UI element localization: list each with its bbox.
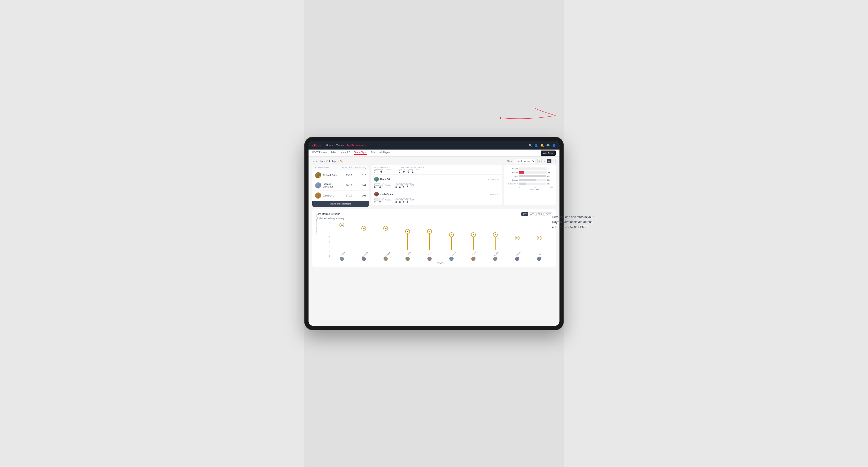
sub-nav-tour[interactable]: Tour bbox=[371, 151, 375, 155]
nav-link-performance[interactable]: My Performance bbox=[347, 144, 366, 147]
putt-val: 1 bbox=[412, 170, 413, 173]
metric-ott-btn[interactable]: OTT bbox=[521, 212, 528, 216]
sub-nav-all[interactable]: All Players bbox=[379, 151, 390, 155]
putt-label: PUTT bbox=[414, 168, 418, 170]
time-period-select[interactable]: Last 3 months bbox=[514, 159, 535, 163]
y-label: 7 bbox=[329, 222, 330, 224]
list-view-icon[interactable]: ≡ bbox=[542, 159, 546, 163]
practice-activities-label: Total Practice Activities bbox=[399, 166, 424, 168]
metric-putt-btn[interactable]: PUTT bbox=[544, 212, 552, 216]
lollipop-circle: 4x bbox=[493, 232, 498, 237]
player-info: 3 Cameron... bbox=[315, 192, 338, 198]
metric-arg-btn[interactable]: ARG bbox=[536, 212, 544, 216]
lollipop-avatar bbox=[493, 257, 497, 261]
x-tick: 400 bbox=[550, 186, 553, 188]
player-card-rees[interactable]: Rees Britt 02 Sep 2023 Total Rounds bbox=[371, 176, 502, 190]
p-label2: Practice bbox=[385, 199, 391, 201]
player-row[interactable]: 3 Cameron... 17/20 103 bbox=[312, 191, 369, 201]
y-label: 2 bbox=[329, 246, 330, 247]
annotation-box: Here you can see streaks your players ha… bbox=[552, 215, 599, 229]
grid-view-icon[interactable]: ⊞ bbox=[537, 159, 541, 163]
bar-label-bogeys: Bogeys bbox=[507, 179, 518, 181]
lollipop-x-col: E. Crossman bbox=[441, 250, 463, 261]
practice-sub-label: Practice bbox=[385, 168, 392, 170]
tournament-sub-label: Tournament bbox=[374, 168, 383, 170]
y-label: 6 bbox=[329, 227, 330, 228]
lollipop-x-col: C. Quick bbox=[528, 250, 550, 261]
y-label: 4 bbox=[329, 236, 330, 238]
card-view-icon[interactable]: ▦ bbox=[547, 159, 551, 163]
lollipop-chart: Best Streak, Fairway Accuracy 7 6 5 4 3 … bbox=[331, 222, 550, 264]
arrow-pointer: ← bbox=[342, 212, 346, 216]
lollipop-avatar bbox=[427, 257, 432, 261]
p-rounds: 4 bbox=[379, 186, 381, 189]
lollipop-area: 7x6x6x5x5x4x4x4x3x3x bbox=[331, 222, 550, 250]
player-row[interactable]: 2 Edward Crossman 18/20 107 bbox=[312, 181, 369, 191]
total-rounds-label: Total Rounds bbox=[374, 166, 392, 168]
table-view-icon[interactable]: ⊟ bbox=[552, 159, 556, 163]
bar-track bbox=[519, 175, 546, 177]
p-label: Practice bbox=[385, 184, 391, 186]
lollipop-stick bbox=[407, 234, 408, 250]
player-cards-area: Total Rounds Tournament Practice 7 bbox=[371, 165, 502, 205]
player-count: 14 Players bbox=[328, 160, 338, 162]
sub-nav-pga[interactable]: PGA bbox=[331, 151, 336, 155]
lollipop-circle: 6x bbox=[361, 226, 366, 231]
player-row[interactable]: 1 Richard Butler 19/20 110 bbox=[312, 170, 369, 181]
lollipop-circle: 3x bbox=[515, 236, 520, 240]
metric-app-btn[interactable]: APP bbox=[529, 212, 536, 216]
nav-link-teams[interactable]: Teams bbox=[336, 144, 344, 147]
search-icon[interactable]: 🔍 bbox=[529, 144, 532, 147]
bar-value: 311 bbox=[547, 179, 553, 181]
bar-track bbox=[519, 183, 546, 185]
view-leaderboard-button[interactable]: View Full Leaderboard bbox=[312, 201, 369, 207]
ott-l: OTT bbox=[395, 184, 399, 186]
pb-score: 17/20 bbox=[338, 194, 352, 197]
players-label: Players bbox=[331, 262, 550, 264]
bar-label-dbogeys: D. Bogeys + bbox=[507, 183, 518, 185]
bar-row-eagles: Eagles 3 bbox=[507, 167, 553, 170]
player-name: Cameron... bbox=[323, 194, 334, 197]
nav-logo: clippd bbox=[312, 144, 321, 147]
sub-nav-team[interactable]: Team Clippd bbox=[354, 151, 367, 155]
annotation-text: Here you can see streaks your players ha… bbox=[552, 215, 599, 229]
person-icon[interactable]: 👤 bbox=[534, 144, 538, 147]
tablet-frame: clippd Home Teams My Performance 🔍 👤 🔔 ⚙… bbox=[304, 137, 564, 330]
edit-icon[interactable]: ✏️ bbox=[340, 160, 343, 162]
ott-l2: OTT bbox=[395, 199, 399, 201]
pb-score: 18/20 bbox=[338, 184, 352, 187]
bar-label-eagles: Eagles bbox=[507, 168, 518, 170]
ott-v2: 0 bbox=[395, 201, 397, 204]
bar-row-pars: Pars 499 bbox=[507, 175, 553, 177]
player-name-rees: Rees Britt bbox=[380, 178, 391, 181]
app-val: 0 bbox=[403, 170, 405, 173]
player-card-josh[interactable]: Josh Coles 26 Aug 2023 Total Rounds bbox=[371, 190, 502, 205]
streaks-header: Best Round Streaks ← OTT APP ARG PUTT bbox=[316, 212, 552, 216]
main-content: Team Clippd | 14 Players ✏️ Show Last 3 … bbox=[309, 157, 559, 326]
lollipop-name: R. Butler bbox=[516, 251, 521, 257]
player-name: Richard Butler bbox=[323, 174, 338, 177]
bar-track bbox=[519, 179, 546, 181]
settings-icon[interactable]: ⚙️ bbox=[546, 144, 550, 147]
cards-wrapper: Total Rounds Tournament Practice 7 bbox=[371, 165, 502, 205]
putt-v2: 1 bbox=[407, 201, 408, 204]
arg-l2: ARG bbox=[405, 199, 408, 201]
nav-link-home[interactable]: Home bbox=[326, 144, 333, 147]
sub-nav-pgat[interactable]: PGAT Players bbox=[312, 151, 327, 155]
putt-v: 0 bbox=[407, 186, 408, 189]
bar-fill-red bbox=[519, 171, 524, 174]
team-title: Team Clippd | 14 Players ✏️ bbox=[312, 160, 343, 162]
player-info: 2 Edward Crossman bbox=[315, 182, 338, 188]
lollipop-name: E. Ewert bbox=[340, 251, 345, 256]
bell-icon[interactable]: 🔔 bbox=[540, 144, 544, 147]
avatar-icon[interactable]: 👤 bbox=[552, 144, 556, 147]
bar-value: 96 bbox=[548, 172, 553, 174]
player-date-rees: 02 Sep 2023 bbox=[489, 178, 499, 181]
lollipop-x-col: M. Miller bbox=[484, 250, 506, 261]
lollipop-x-col: J. Coles bbox=[397, 250, 418, 261]
nav-links: Home Teams My Performance bbox=[326, 144, 529, 147]
right-top-row: Total Rounds Tournament Practice 7 bbox=[371, 165, 556, 205]
add-team-button[interactable]: Add Team bbox=[540, 151, 556, 156]
annotation-arrow-1 bbox=[500, 116, 555, 119]
sub-nav-hcaps[interactable]: Hcaps 1-5 bbox=[340, 151, 350, 155]
